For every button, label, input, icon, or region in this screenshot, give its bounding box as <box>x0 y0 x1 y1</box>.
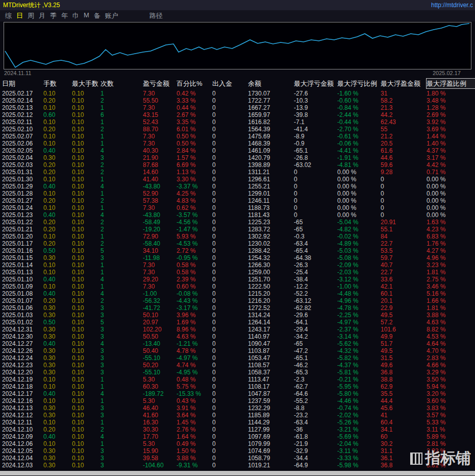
menu-item-1[interactable]: 综 <box>5 11 12 20</box>
column-header-6[interactable]: 百分比% <box>177 79 212 88</box>
table-row[interactable]: 2024.12.230.300.10350.204.74 %01108.57-4… <box>0 362 475 369</box>
cell: 0.10 <box>72 126 101 133</box>
column-header-1[interactable]: 日期 <box>2 79 43 88</box>
table-row[interactable]: 2025.02.140.200.10255.503.33 %01722.77-1… <box>0 97 475 104</box>
table-row[interactable]: 2025.01.300.100.10141.403.30 %01296.6100… <box>0 176 475 183</box>
table-row[interactable]: 2024.12.100.200.10230.302.76 %01127.99-3… <box>0 426 475 433</box>
table-row[interactable]: 2024.12.030.300.103-104.60-9.31 %01019.2… <box>0 462 475 469</box>
table-row[interactable]: 2024.12.300.300.10350.504.63 %01140.97-3… <box>0 333 475 340</box>
menu-item-3[interactable]: 周 <box>28 11 34 20</box>
cell: 3 <box>101 369 143 376</box>
table-row[interactable]: 2024.12.170.400.104-189.72-15.33 %01047.… <box>0 390 475 397</box>
table-row[interactable]: 2025.01.280.100.10152.904.25 %01299.0100… <box>0 190 475 197</box>
table-row[interactable]: 2025.01.080.400.104-1.00-0.08 %01215.20-… <box>0 290 475 297</box>
horizontal-scrollbar[interactable] <box>0 469 475 476</box>
cell: 4.27 % <box>427 247 475 254</box>
table-row[interactable]: 2024.12.180.100.10160.305.75 %01108.17-6… <box>0 383 475 390</box>
table-row[interactable]: 2025.01.220.200.102-58.49-4.56 %01225.23… <box>0 219 475 226</box>
table-row[interactable]: 2025.01.140.100.1017.300.58 %01266.30-26… <box>0 261 475 269</box>
menu-item-7[interactable]: 巾 <box>72 11 79 20</box>
cell: -29.4 <box>294 326 337 333</box>
table-row[interactable]: 2024.12.310.300.103102.208.96 %01243.17-… <box>0 326 475 333</box>
table-row[interactable]: 2024.12.060.100.1015.300.49 %01079.99-21… <box>0 440 475 447</box>
table-row[interactable]: 2025.01.020.500.10520.971.69 %01264.14-6… <box>0 319 475 326</box>
cell: 46.40 <box>143 404 177 412</box>
table-row[interactable]: 2025.01.230.400.104-43.80-3.57 %01181.43… <box>0 211 475 219</box>
column-header-4[interactable]: 次数 <box>101 79 143 88</box>
cell: 55 <box>381 126 427 133</box>
cell: 2024.12.26 <box>2 347 43 354</box>
table-row[interactable]: 2025.01.210.200.102-19.20-1.47 %01283.72… <box>0 226 475 233</box>
table-row[interactable]: 2025.01.070.200.102-56.32-4.43 %01216.20… <box>0 297 475 304</box>
cell: 7.30 <box>143 90 177 97</box>
column-header-8[interactable]: 余额 <box>248 79 294 88</box>
table-row[interactable]: 2025.02.050.400.10440.302.84 %01461.09-6… <box>0 147 475 154</box>
cell: -43.80 <box>143 211 177 219</box>
menu-item-5[interactable]: 季 <box>50 11 57 20</box>
menu-item-6[interactable]: 年 <box>61 11 68 20</box>
menu-item-path[interactable]: 路径 <box>149 11 163 20</box>
column-header-12[interactable]: 最大浮盈比例 <box>427 79 475 88</box>
cell: 1 <box>101 133 143 140</box>
menu-item-10[interactable]: 账户 <box>105 11 118 20</box>
cell: -5.04 % <box>337 219 381 226</box>
table-row[interactable]: 2025.01.090.100.1017.300.60 %01222.50-12… <box>0 283 475 290</box>
menu-item-4[interactable]: 月 <box>39 11 45 20</box>
table-row[interactable]: 2025.02.030.200.10287.686.69 %01398.89-6… <box>0 161 475 169</box>
cell: 0.20 <box>43 169 72 176</box>
table-row[interactable]: 2024.12.110.100.10116.301.45 %01144.29-6… <box>0 419 475 426</box>
horizontal-scrollbar-thumb[interactable] <box>0 471 475 475</box>
column-header-3[interactable]: 最大手数 <box>72 79 101 88</box>
table-row[interactable]: 2025.02.170.100.1017.300.42 %01730.07-27… <box>0 90 475 97</box>
table-row[interactable]: 2025.01.030.300.10350.103.96 %01314.24-2… <box>0 312 475 319</box>
app-url-link[interactable]: http://mtdriver.c <box>431 2 473 9</box>
table-row[interactable]: 2025.01.060.300.103-41.72-3.17 %01272.52… <box>0 304 475 312</box>
table-row[interactable]: 2025.02.120.600.10643.152.67 %01659.97-3… <box>0 111 475 118</box>
cell: 2024.12.04 <box>2 455 43 462</box>
column-header-7[interactable]: 出入金 <box>212 79 248 88</box>
table-row[interactable]: 2024.12.040.300.10339.583.88 %01058.79-3… <box>0 455 475 462</box>
column-header-11[interactable]: 最大浮盈金额 <box>381 79 427 88</box>
table-row[interactable]: 2025.02.040.300.10321.901.57 %01420.79-2… <box>0 154 475 161</box>
cell: 0.50 % <box>177 133 212 140</box>
cell: 0.20 <box>43 426 72 433</box>
cell: 1188.73 <box>248 204 294 211</box>
table-row[interactable]: 2025.02.060.100.1017.300.50 %01468.39-0.… <box>0 140 475 147</box>
cell: 2025.01.20 <box>2 233 43 240</box>
table-row[interactable]: 2024.12.200.300.103-55.10-4.95 %01058.37… <box>0 369 475 376</box>
table-row[interactable]: 2025.01.240.100.1017.300.62 %01188.7300.… <box>0 204 475 211</box>
table-row[interactable]: 2025.01.130.100.1017.300.58 %01259.00-25… <box>0 269 475 276</box>
column-header-10[interactable]: 最大浮亏比例 <box>337 79 381 88</box>
cell: 0.30 <box>43 154 72 161</box>
column-header-2[interactable]: 手数 <box>43 79 72 88</box>
table-row[interactable]: 2025.01.100.400.10429.202.39 %01251.70-3… <box>0 276 475 283</box>
table-row[interactable]: 2025.01.160.500.10534.102.72 %01288.42-6… <box>0 247 475 254</box>
table-row[interactable]: 2025.01.170.200.102-58.40-4.53 %01230.02… <box>0 240 475 247</box>
table-row[interactable]: 2025.01.270.200.10257.384.83 %01246.1100… <box>0 197 475 204</box>
table-row[interactable]: 2024.12.120.300.10341.603.64 %01185.89-2… <box>0 412 475 419</box>
table-row[interactable]: 2025.02.100.200.10288.706.01 %01564.39-4… <box>0 126 475 133</box>
cell: 2025.01.08 <box>2 290 43 297</box>
table-row[interactable]: 2024.12.050.300.10315.901.50 %01074.69-3… <box>0 447 475 455</box>
column-header-9[interactable]: 最大浮亏金额 <box>294 79 337 88</box>
table-row[interactable]: 2025.01.310.200.10214.601.13 %01311.2100… <box>0 169 475 176</box>
menu-item-2[interactable]: 日 <box>16 11 23 20</box>
menu-item-9[interactable]: 备 <box>94 11 101 20</box>
table-row[interactable]: 2024.12.190.100.1015.300.48 %01113.47-2.… <box>0 376 475 383</box>
table-row[interactable]: 2025.01.200.100.10172.905.93 %01302.92-0… <box>0 233 475 240</box>
menu-item-8[interactable]: M <box>84 11 89 20</box>
table-row[interactable]: 2024.12.240.300.103-55.10-4.97 %01053.47… <box>0 354 475 362</box>
table-row[interactable]: 2025.01.150.300.103-11.98-0.95 %01254.32… <box>0 254 475 261</box>
table-row[interactable]: 2025.02.070.100.1017.300.50 %01475.69-8.… <box>0 133 475 140</box>
table-row[interactable]: 2025.02.130.100.1017.300.44 %01667.27-13… <box>0 104 475 111</box>
table-row[interactable]: 2025.02.110.100.10152.433.35 %01616.82-7… <box>0 118 475 126</box>
table-row[interactable]: 2024.12.090.400.10417.701.64 %01097.69-6… <box>0 433 475 440</box>
table-row[interactable]: 2025.01.290.400.104-43.80-3.37 %01255.21… <box>0 183 475 190</box>
table-row[interactable]: 2024.12.160.100.1015.300.43 %01237.59-55… <box>0 397 475 404</box>
table-row[interactable]: 2024.12.270.400.104-13.40-1.21 %01090.47… <box>0 340 475 347</box>
cell: 2 <box>101 169 143 176</box>
table-row[interactable]: 2024.12.260.300.10350.404.78 %01103.87-4… <box>0 347 475 354</box>
table-row[interactable]: 2024.12.130.300.10346.403.91 %01232.29-8… <box>0 404 475 412</box>
column-header-5[interactable]: 盈亏金额 <box>143 79 177 88</box>
cell: 0 <box>381 197 427 204</box>
